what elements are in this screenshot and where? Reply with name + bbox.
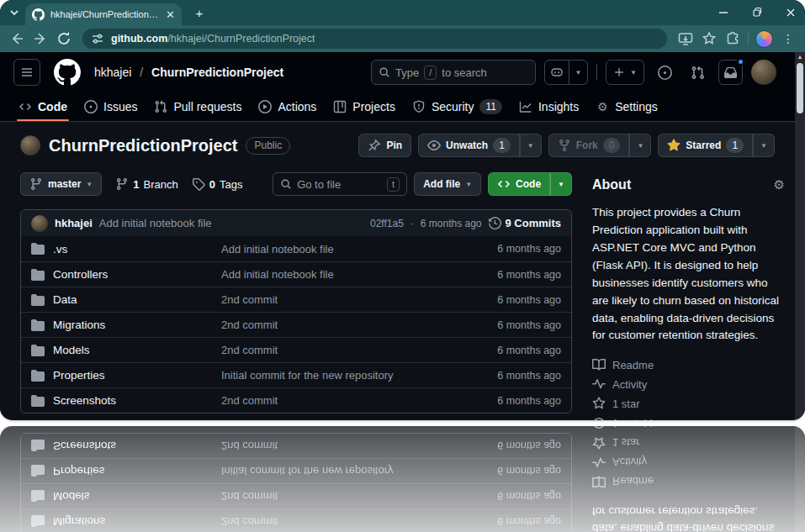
tab-actions[interactable]: Actions (250, 92, 325, 121)
close-button[interactable] (785, 7, 797, 18)
branches-link[interactable]: 1 Branch (115, 177, 177, 191)
branch-icon (115, 177, 129, 191)
breadcrumb-user[interactable]: hkhajei (94, 66, 131, 79)
branch-name: master (48, 178, 81, 190)
star-dropdown-button[interactable]: ▼ (753, 134, 775, 157)
file-name[interactable]: Screenshots (53, 394, 213, 407)
back-icon[interactable] (8, 30, 25, 47)
file-row[interactable]: Controllers Add initial notebook file 6 … (21, 261, 571, 287)
tab-issues[interactable]: Issues (76, 92, 146, 121)
breadcrumb: hkhajei / ChurnPredictionProject (94, 66, 283, 79)
copilot-button[interactable] (544, 60, 569, 85)
global-search-input[interactable]: Type / to search (371, 60, 536, 85)
inbox-button[interactable] (718, 60, 743, 85)
create-new-button[interactable]: ▼ (606, 60, 644, 85)
file-commit-time: 6 months ago (497, 395, 561, 407)
about-settings-gear-icon[interactable]: ⚙ (774, 177, 785, 192)
page-scrollbar[interactable]: ▲ (795, 52, 805, 420)
file-row[interactable]: Migrations 2nd commit 6 months ago (21, 312, 571, 337)
main-column: master ▼ 1 Branch 0 Tags (20, 171, 572, 420)
unwatch-button[interactable]: Unwatch 1 (418, 134, 520, 157)
send-to-device-icon[interactable] (677, 30, 694, 47)
tab-label: Projects (352, 100, 395, 113)
search-icon (280, 178, 292, 190)
restore-button[interactable] (751, 7, 763, 18)
branch-select-button[interactable]: master ▼ (20, 172, 102, 196)
branch-select-group: master ▼ (20, 172, 102, 196)
file-table: hkhajei Add initial notebook file 02ff1a… (20, 209, 572, 413)
go-to-file-input[interactable]: Go to file t (273, 172, 407, 196)
file-commit-message[interactable]: 2nd commit (221, 293, 489, 306)
tab-projects[interactable]: Projects (325, 92, 404, 121)
file-commit-message[interactable]: 2nd commit (221, 394, 489, 407)
tags-link[interactable]: 0 Tags (192, 177, 243, 191)
hamburger-menu-button[interactable] (13, 59, 40, 86)
commit-message[interactable]: Add initial notebook file (99, 217, 212, 229)
tab-security[interactable]: Security 11 (404, 92, 511, 121)
watchers-link[interactable]: 1 watching (592, 416, 785, 420)
tab-pull-requests[interactable]: Pull requests (146, 92, 250, 121)
address-bar[interactable]: github.com/hkhajei/ChurnPredictionProjec… (82, 29, 667, 49)
bookmark-star-icon[interactable] (701, 30, 718, 47)
file-row[interactable]: .vs Add initial notebook file 6 months a… (21, 236, 571, 261)
tab-settings[interactable]: ⚙ Settings (587, 92, 666, 121)
fork-button[interactable]: Fork 0 (548, 134, 630, 157)
watch-dropdown-button[interactable]: ▼ (520, 134, 542, 157)
repo-owner-avatar[interactable] (20, 135, 40, 155)
forward-icon[interactable] (32, 30, 49, 47)
commit-author[interactable]: hkhajei (55, 217, 93, 229)
tab-close-icon[interactable]: ✕ (166, 9, 175, 20)
file-row[interactable]: Models 2nd commit 6 months ago (21, 337, 571, 362)
file-commit-message[interactable]: 2nd commit (221, 344, 489, 356)
file-commit-message[interactable]: Add initial notebook file (221, 243, 489, 255)
file-commit-message[interactable]: 2nd commit (221, 319, 489, 331)
tab-code[interactable]: Code (10, 92, 76, 121)
file-name[interactable]: Data (53, 293, 213, 306)
file-name[interactable]: Migrations (53, 319, 213, 331)
minimize-button[interactable] (718, 7, 729, 18)
site-settings-icon[interactable] (91, 32, 104, 45)
file-name[interactable]: .vs (53, 243, 213, 255)
extensions-icon[interactable] (724, 30, 741, 47)
file-commit-message[interactable]: Initial commit for the new repository (221, 369, 489, 382)
copilot-dropdown-button[interactable]: ▼ (569, 60, 588, 85)
file-name[interactable]: Controllers (53, 268, 213, 281)
issues-header-button[interactable] (653, 60, 677, 85)
fork-dropdown-button[interactable]: ▼ (629, 134, 651, 157)
pull-requests-header-button[interactable] (686, 60, 710, 85)
file-commit-message[interactable]: Add initial notebook file (221, 268, 489, 281)
file-commit-time: 6 months ago (497, 370, 561, 382)
browser-profile-avatar[interactable] (755, 30, 773, 48)
file-row[interactable]: Data 2nd commit 6 months ago (21, 287, 571, 312)
scrollbar-thumb[interactable] (797, 63, 803, 113)
file-name[interactable]: Properties (53, 369, 213, 382)
file-row[interactable]: Properties Initial commit for the new re… (21, 362, 571, 387)
code-dropdown-button[interactable]: ▼ (550, 172, 572, 196)
activity-link[interactable]: Activity (592, 377, 785, 391)
repo-title[interactable]: ChurnPredictionProject (49, 136, 237, 155)
file-name[interactable]: Models (53, 344, 213, 356)
add-file-button[interactable]: Add file ▼ (414, 172, 481, 196)
readme-link[interactable]: Readme (592, 358, 785, 371)
unwatch-label: Unwatch (446, 140, 488, 151)
github-logo-icon[interactable] (54, 59, 81, 86)
code-button[interactable]: Code (488, 172, 550, 196)
tab-search-button[interactable] (7, 6, 22, 19)
commits-history-link[interactable]: 9 Commits (489, 217, 561, 229)
stars-link[interactable]: 1 star (592, 397, 785, 410)
pin-button[interactable]: Pin (358, 134, 411, 157)
folder-icon (31, 344, 45, 357)
browser-menu-icon[interactable]: ⋮ (780, 32, 797, 45)
breadcrumb-repo[interactable]: ChurnPredictionProject (151, 66, 283, 79)
reload-icon[interactable] (56, 30, 72, 47)
commit-sha[interactable]: 02ff1a5 (370, 218, 404, 229)
browser-tab[interactable]: hkhajei/ChurnPredictionProject ✕ (25, 3, 182, 25)
scrollbar-up-icon[interactable]: ▲ (795, 54, 805, 60)
folder-icon (31, 369, 45, 382)
commit-author-avatar[interactable] (31, 215, 48, 232)
user-avatar[interactable] (751, 60, 776, 85)
starred-button[interactable]: Starred 1 (658, 134, 753, 157)
new-tab-button[interactable]: + (192, 5, 207, 20)
file-row[interactable]: Screenshots 2nd commit 6 months ago (21, 387, 571, 413)
tab-insights[interactable]: Insights (511, 92, 587, 121)
